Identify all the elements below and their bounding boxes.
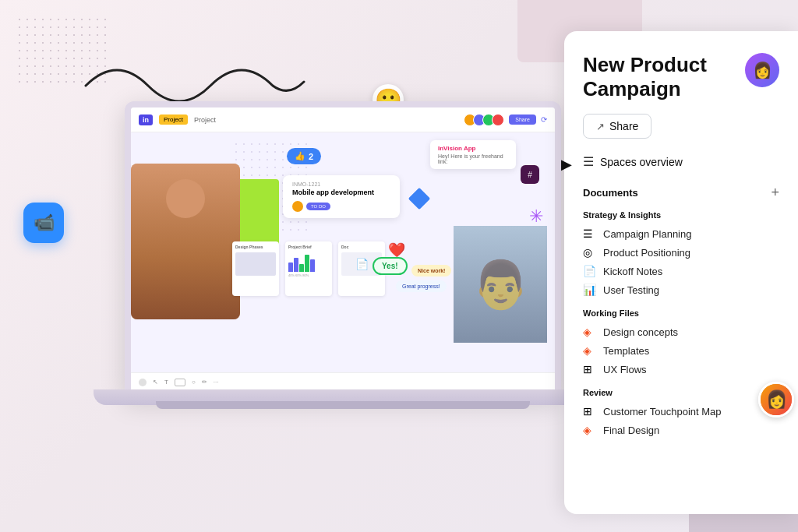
- doc-label-kickoff: Kickoff Notes: [603, 266, 662, 277]
- screen-icon: ⟳: [541, 115, 547, 124]
- laptop-foot: [156, 401, 530, 409]
- grid-icon: ⊞: [583, 405, 597, 417]
- screen-body: 👍 2 InVision App Hey! Here is your freeh…: [131, 132, 555, 391]
- screen-toolbar: ↖ T ○ ✏ ···: [131, 372, 555, 391]
- doc-label-ux: UX Flows: [603, 364, 647, 375]
- photo-woman-inner: [131, 164, 240, 319]
- bar: [288, 262, 293, 272]
- mini-card-label: Design Phases: [235, 245, 276, 249]
- doc-label-touchpoint: Customer Touchpoint Map: [603, 406, 722, 417]
- sheet-icon: 📊: [583, 284, 597, 296]
- doc-item-kickoff-notes[interactable]: 📄 Kickoff Notes: [583, 262, 779, 280]
- bar: [299, 264, 304, 272]
- toolbar-circle: ○: [192, 379, 196, 386]
- working-files-title: Working Files: [583, 308, 779, 318]
- screen-header: in Project Project Share ⟳: [131, 107, 555, 132]
- panel-header: New Product Campaign 👩: [583, 53, 779, 101]
- panel-avatar: 👩: [745, 53, 779, 87]
- documents-section: Documents + Strategy & Insights ☰ Campai…: [583, 185, 779, 439]
- great-progress-bubble: Great progress!: [396, 280, 447, 292]
- slack-icon: #: [521, 165, 539, 184]
- doc-label-testing: User Testing: [603, 284, 659, 296]
- screen-share-btn[interactable]: Share: [509, 115, 536, 125]
- toolbar-text: T: [164, 379, 168, 386]
- doc-item-templates[interactable]: ◈ Templates: [583, 341, 779, 360]
- mini-cards-row: Design Phases Project Brief 40% 60% 80%: [232, 241, 385, 296]
- strategy-insights-title: Strategy & Insights: [583, 210, 779, 220]
- doc-label-campaign: Campaign Planning: [603, 228, 691, 240]
- doc-item-final-design[interactable]: ◈ Final Design: [583, 421, 779, 439]
- laptop-screen: in Project Project Share ⟳: [125, 101, 561, 397]
- task-avatar: [292, 201, 303, 212]
- doc-icon: 📄: [583, 265, 597, 277]
- toolbar-tool: [139, 379, 147, 386]
- screen-project-tag: Project: [159, 115, 188, 125]
- mini-avatar: [492, 114, 504, 126]
- add-document-button[interactable]: +: [771, 185, 779, 201]
- toolbar-cursor: ↖: [153, 379, 158, 386]
- mini-card-2: Project Brief 40% 60% 80%: [285, 241, 332, 296]
- figma-icon-3: ◈: [583, 424, 597, 436]
- invision-text: Hey! Here is your freehand link:: [438, 153, 508, 164]
- doc-item-design-concepts[interactable]: ◈ Design concepts: [583, 322, 779, 341]
- panel-cursor-icon: ▶: [561, 156, 572, 173]
- documents-title: Documents: [583, 187, 638, 199]
- doc-label-positioning: Product Positioning: [603, 247, 690, 259]
- person-face: [166, 179, 205, 218]
- screen-project-label: Project: [194, 116, 216, 124]
- mini-card-content: [235, 252, 276, 276]
- mini-bar-chart: [288, 252, 329, 272]
- panel-avatar-2: 👩: [758, 382, 794, 417]
- photo-woman: [131, 164, 240, 319]
- spaces-icon: ☰: [583, 154, 594, 169]
- mini-card-label: Project Brief: [288, 245, 329, 249]
- target-icon: ◎: [583, 246, 597, 259]
- task-title: Mobile app development: [292, 188, 390, 196]
- avatar-group: [467, 114, 504, 126]
- snowflake-icon: ✳: [529, 206, 543, 227]
- flow-icon: ⊞: [583, 363, 597, 375]
- screen-header-right: Share ⟳: [467, 114, 547, 126]
- list-icon: ☰: [583, 227, 597, 240]
- invision-card: InVision App Hey! Here is your freehand …: [430, 140, 516, 169]
- bar: [310, 259, 315, 272]
- doc-item-product-positioning[interactable]: ◎ Product Positioning: [583, 243, 779, 262]
- diamond-icon: [408, 188, 430, 210]
- invision-title: InVision App: [438, 145, 508, 152]
- panel-title: New Product Campaign: [583, 53, 739, 101]
- toolbar-more: ···: [214, 379, 219, 386]
- like-count-badge: 👍 2: [287, 148, 321, 164]
- share-icon: ↗: [596, 121, 605, 132]
- figma-icon-2: ◈: [583, 344, 597, 357]
- share-label: Share: [609, 120, 638, 132]
- spaces-label: Spaces overview: [600, 156, 683, 168]
- toolbar-pen: ✏: [202, 379, 207, 386]
- nice-work-bubble: Nice work!: [411, 265, 451, 277]
- screen-logo: in: [139, 115, 153, 125]
- panel: New Product Campaign 👩 ↗ Share ☰ Spaces …: [564, 31, 798, 514]
- task-user-row: TO DO: [292, 201, 390, 212]
- task-id: INMO-1221: [292, 181, 390, 187]
- doc-label-final: Final Design: [603, 425, 659, 436]
- mini-card-1: Design Phases: [232, 241, 279, 296]
- toolbar-rect: [175, 379, 185, 386]
- doc-item-ux-flows[interactable]: ⊞ UX Flows: [583, 360, 779, 379]
- todo-badge: TO DO: [306, 203, 330, 210]
- laptop: in Project Project Share ⟳: [47, 101, 577, 475]
- heart-icon: ❤️: [388, 241, 405, 259]
- thumbs-up-icon: 👍: [295, 151, 305, 161]
- bar: [294, 258, 298, 272]
- photo-man: 👨: [454, 226, 547, 343]
- doc-label-templates: Templates: [603, 345, 649, 357]
- mini-card-label: Doc: [341, 245, 382, 249]
- spaces-overview-row[interactable]: ☰ Spaces overview: [583, 154, 779, 169]
- doc-item-touchpoint[interactable]: ⊞ Customer Touchpoint Map: [583, 402, 779, 421]
- share-button[interactable]: ↗ Share: [583, 114, 651, 139]
- task-card: INMO-1221 Mobile app development TO DO: [283, 175, 400, 218]
- doc-item-user-testing[interactable]: 📊 User Testing: [583, 280, 779, 299]
- yes-bubble: Yes!: [373, 257, 408, 275]
- squiggle-decoration: [78, 47, 312, 109]
- doc-item-campaign-planning[interactable]: ☰ Campaign Planning: [583, 224, 779, 243]
- bar: [305, 255, 309, 272]
- review-title: Review: [583, 388, 779, 397]
